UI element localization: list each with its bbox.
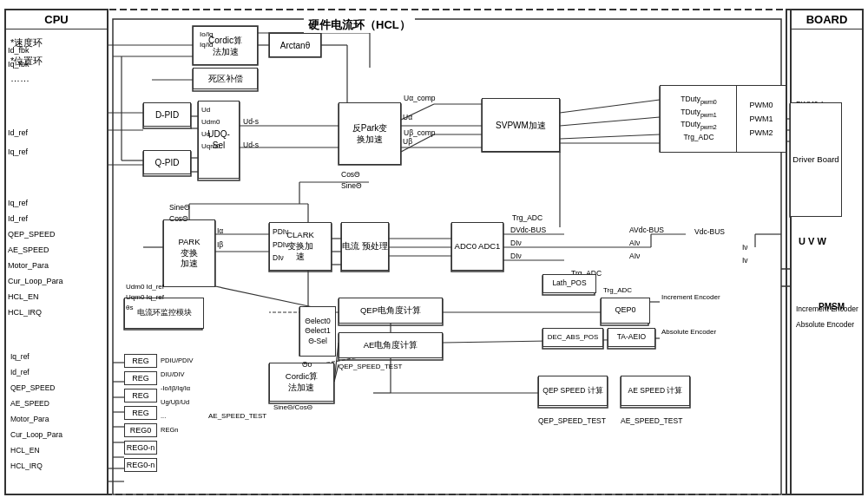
qep0-block: QEP0 bbox=[601, 298, 650, 324]
monitor-inputs: Udm0 Id_ref Uqm0 Iq_ref θs bbox=[126, 282, 164, 313]
pwm-block: PWM0PWM1PWM2 bbox=[736, 85, 786, 153]
ua-comp-label: Uα_comp bbox=[404, 94, 436, 102]
iq-fbk-cpu: Iq_fbk bbox=[8, 57, 30, 71]
q-pid-label: Q-PID bbox=[155, 157, 180, 168]
svpwm-label: SVPWM加速 bbox=[496, 120, 546, 131]
svg-line-50 bbox=[560, 100, 660, 113]
cpu-signals: Iq_ref Id_ref QEP_SPEED AE_SPEED Motor_P… bbox=[8, 195, 63, 320]
ae-speed-input: AE_SPEED bbox=[10, 396, 62, 411]
dec-abs-pos-block: DEC_ABS_POS bbox=[542, 328, 603, 347]
id-ref-cpu: Id_ref bbox=[8, 123, 28, 142]
reg-block-1: REG bbox=[124, 354, 157, 368]
adc-block: ADC0 ADC1 bbox=[451, 222, 503, 271]
motor-para-input: Motor_Para bbox=[10, 411, 62, 427]
id-fbk-cpu: Id_fbk bbox=[8, 43, 30, 57]
theta-sel-block: Θelect0Θelect1Θ-Sel bbox=[299, 306, 336, 357]
diagram-container: { "title": "硬件电流环 (HCL)", "cpu_label": "… bbox=[0, 0, 868, 504]
adc-label: ADC0 ADC1 bbox=[455, 241, 501, 252]
id-ref-label: Id_ref bbox=[8, 211, 63, 226]
motor-para-label: Motor_Para bbox=[8, 258, 63, 273]
board-section: BOARD PWM0 A PWM0 B PWM1 A PWM1 B PWM2 A… bbox=[790, 9, 864, 495]
park-ia-ib: Iα Iβ bbox=[217, 224, 223, 252]
absolute-enc-label: Absolute Encoder bbox=[796, 317, 858, 332]
q-pid-block: Q-PID bbox=[143, 150, 191, 174]
left-signal-labels: Iq_ref Id_ref QEP_SPEED AE_SPEED Motor_P… bbox=[10, 349, 62, 474]
hcl-title: 硬件电流环（HCL） bbox=[304, 17, 415, 33]
hcl-irq-input: HCL_IRQ bbox=[10, 458, 62, 474]
lath-pos-label: Lath_POS bbox=[552, 278, 586, 288]
dec-abs-pos-label: DEC_ABS_POS bbox=[548, 333, 599, 342]
tduty-label: TDutypwm0TDutypwm1TDutypwm2Trg_ADC bbox=[681, 95, 717, 143]
adc-signals: DVdc-BUS DIν DIν bbox=[510, 224, 546, 263]
arctane-block: Arctanθ bbox=[269, 33, 321, 57]
park-block: PARK变换加速 bbox=[163, 219, 215, 287]
cordic2-label: Cordic算 法加速 bbox=[286, 371, 318, 393]
reg0-n-block-2: REG0-n bbox=[124, 458, 157, 472]
board-title: BOARD bbox=[792, 10, 862, 29]
reg-block-3: REG bbox=[124, 389, 157, 403]
iq-ref-label: Iq_ref bbox=[8, 195, 63, 211]
theta-sel-content: Θelect0Θelect1Θ-Sel bbox=[305, 317, 330, 345]
sine-cose-label: SineΘ/CosΘ bbox=[273, 403, 312, 411]
svg-line-51 bbox=[560, 117, 660, 126]
iq-ref-cpu: Iq_ref bbox=[8, 142, 28, 161]
qep0-label: QEP0 bbox=[615, 305, 635, 316]
hcl-irq-label: HCL_IRQ bbox=[8, 304, 63, 320]
id-ref-input: Id_ref bbox=[10, 364, 62, 380]
lath-pos-block: Lath_POS bbox=[542, 274, 596, 293]
driver-board-label: Driver Board bbox=[792, 154, 838, 165]
qep-speed-label: QEP_SPEED bbox=[8, 226, 63, 242]
ud-s2-label: Ud-s bbox=[243, 141, 259, 149]
ub-comp-label: Uβ_comp bbox=[404, 128, 436, 137]
svpwm-block: SVPWM加速 bbox=[482, 98, 560, 152]
d-pid-label: D-PID bbox=[155, 109, 179, 121]
abs-enc-label: Absolute Encoder bbox=[661, 328, 716, 336]
cordic-label: Cordic算 法加速 bbox=[208, 35, 242, 57]
qep-speed-input: QEP_SPEED bbox=[10, 380, 62, 396]
cpu-title: CPU bbox=[6, 10, 107, 29]
clark-pdi: PDIν PDIν DIν bbox=[273, 226, 288, 265]
hcl-en-input: HCL_EN bbox=[10, 442, 62, 458]
ub-label: Uβ bbox=[403, 137, 412, 146]
ua-label: Uα bbox=[403, 113, 412, 121]
ae-speed-label: AE_SPEED bbox=[8, 242, 63, 258]
qep-speed-block: QEP SPEED 计算 bbox=[538, 376, 608, 406]
ae-speed-block: AE SPEED 计算 bbox=[621, 376, 690, 406]
ae-speed-test-label: AE_SPEED_TEST bbox=[208, 412, 266, 420]
iq-ref-input: Iq_ref bbox=[10, 349, 62, 364]
inv-park-label: 反Park变 换加速 bbox=[352, 122, 388, 145]
pmsm-label: PMSM bbox=[816, 302, 847, 311]
qep-speed-test-label: QEP_SPEED_TEST bbox=[339, 363, 402, 370]
uvw-label: U V W bbox=[799, 236, 826, 246]
ta-aeio-label: TA-AEIO bbox=[617, 332, 646, 342]
vdc-bus-label: Vdc-BUS bbox=[694, 227, 725, 236]
driver-board-block: Driver Board bbox=[790, 102, 842, 217]
dead-zone-block: 死区补偿 bbox=[193, 68, 258, 89]
tduty-block: TDutypwm0TDutypwm1TDutypwm2Trg_ADC bbox=[660, 85, 738, 153]
reg0-block: REG0 bbox=[124, 423, 157, 437]
current-pre-block: 电流 预处理 bbox=[341, 222, 389, 271]
qep-angle-block: QEP电角度计算 bbox=[339, 298, 443, 324]
reg-block-4: REG bbox=[124, 406, 157, 420]
reg0-n-block-1: REG0-n bbox=[124, 441, 157, 455]
iofbk-iq: Io/Iq bbox=[200, 30, 214, 38]
ae-angle-label: AE电角度计算 bbox=[364, 340, 418, 350]
qep-angle-label: QEP电角度计算 bbox=[360, 305, 421, 316]
cur-loop-para-label: Cur_Loop_Para bbox=[8, 273, 63, 289]
iq-id-cordic: Iq/Id bbox=[200, 41, 214, 49]
ae-speed-label: AE SPEED 计算 bbox=[628, 386, 683, 396]
adc-av-signals: AVdc-BUS AIν AIν bbox=[629, 224, 664, 263]
pwm-label: PWM0PWM1PWM2 bbox=[750, 98, 773, 141]
trg-adc-qep0: Trg_ADC bbox=[603, 286, 632, 294]
ta-aeio-block: TA-AEIO bbox=[608, 328, 655, 347]
ud-s-label: Ud-s bbox=[243, 117, 259, 126]
ae-speed-test-bottom: AE_SPEED_TEST bbox=[621, 416, 682, 425]
park-label: PARK变换加速 bbox=[178, 237, 200, 269]
reg-content-labels: PDIU/PDIV DIU/DIV -Io/Iβ/Iq/Iα Ug/Uβ/Ud … bbox=[161, 354, 194, 437]
ellipsis-label: …… bbox=[10, 73, 102, 83]
d-pid-block: D-PID bbox=[143, 102, 191, 127]
svg-line-117 bbox=[215, 286, 317, 308]
iv-labels: Iν Iv bbox=[742, 241, 748, 267]
qep-speed-test-bottom: QEP_SPEED_TEST bbox=[538, 416, 606, 425]
ref-labels: Id_ref Iq_ref bbox=[8, 123, 28, 161]
